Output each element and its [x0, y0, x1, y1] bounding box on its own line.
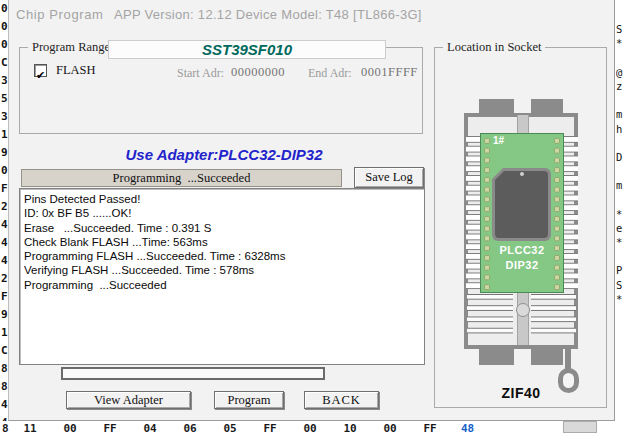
- program-range-group: Program Range: [19, 47, 423, 134]
- address-fragment: 8: [2, 422, 9, 433]
- hex-editor-selection-fragment: [563, 421, 597, 433]
- start-adr-label: Start Adr:: [177, 66, 224, 81]
- hex-digit-fragment: 1: [0, 126, 8, 144]
- hex-digit-fragment: 0: [0, 162, 8, 180]
- hex-digit-fragment: 9: [0, 306, 8, 324]
- ascii-char-fragment: m: [616, 178, 624, 192]
- socket-slots-right: [531, 294, 576, 339]
- log-line: Pins Detected Passed!: [24, 192, 424, 206]
- hex-byte-fragment: 05: [210, 422, 250, 433]
- chip-pin1-dot-icon: [520, 172, 524, 176]
- adapter-name-line2: DIP32: [480, 259, 564, 271]
- socket-nut-icon: [516, 303, 530, 317]
- hex-digit-fragment: 8: [0, 378, 8, 396]
- chip-program-dialog: Chip Program APP Version: 12.12 Device M…: [8, 0, 615, 421]
- hex-digit-fragment: F: [0, 288, 8, 306]
- hex-digit-fragment: 4: [0, 234, 8, 252]
- end-adr-value: 0001FFFF: [361, 65, 418, 80]
- start-adr-value: 00000000: [231, 65, 285, 80]
- ascii-char-fragment: [616, 51, 624, 65]
- hex-digit-fragment: 3: [0, 72, 8, 90]
- hex-digit-fragment: C: [0, 342, 8, 360]
- hex-digit-fragment: F: [0, 180, 8, 198]
- ascii-char-fragment: m: [616, 107, 624, 121]
- hex-editor-left-column: 000C353190F24442F91C8844: [0, 0, 8, 421]
- flash-checkbox[interactable]: ✔: [34, 64, 47, 77]
- hex-digit-fragment: 2: [0, 270, 8, 288]
- write-progress-bar: [61, 367, 325, 380]
- hex-digit-fragment: C: [0, 54, 8, 72]
- ascii-char-fragment: [616, 164, 624, 178]
- flash-checkbox-label[interactable]: FLASH: [56, 63, 96, 78]
- ascii-fragment: 48: [461, 422, 474, 433]
- log-line: Check Blank FLASH ...Time: 563ms: [24, 235, 424, 249]
- program-range-group-label: Program Range: [28, 40, 114, 55]
- ascii-char-fragment: *: [616, 235, 624, 249]
- hex-digit-fragment: 3: [0, 108, 8, 126]
- ascii-char-fragment: S: [616, 278, 624, 292]
- log-output-area[interactable]: Pins Detected Passed!ID: 0x BF B5 ......…: [19, 188, 425, 365]
- dialog-title: Chip Program: [16, 7, 103, 22]
- hex-byte-fragment: 00: [290, 422, 330, 433]
- hex-byte-fragment: FF: [410, 422, 450, 433]
- ascii-char-fragment: S: [616, 22, 624, 36]
- hex-editor-ascii-column: S*@zmhDm*e*PS*: [616, 0, 624, 421]
- hex-byte-fragment: FF: [250, 422, 290, 433]
- hex-digit-fragment: 2: [0, 198, 8, 216]
- ascii-char-fragment: [616, 192, 624, 206]
- hex-byte-fragment: 04: [130, 422, 170, 433]
- app-version-info: APP Version: 12.12 Device Model: T48 [TL…: [114, 7, 422, 22]
- hex-byte-fragment: FF: [90, 422, 130, 433]
- ascii-char-fragment: e: [616, 221, 624, 235]
- location-in-socket-label: Location in Socket: [443, 40, 545, 55]
- hex-digit-fragment: 8: [0, 360, 8, 378]
- hex-digit-fragment: 4: [0, 414, 8, 421]
- pin1-marking: 1#: [493, 135, 504, 146]
- ascii-char-fragment: [616, 136, 624, 150]
- socket-name-label: ZIF40: [464, 385, 578, 401]
- ascii-char-fragment: P: [616, 263, 624, 277]
- adapter-notice: Use Adapter:PLCC32-DIP32: [9, 146, 439, 163]
- hex-byte-fragment: 10: [330, 422, 370, 433]
- program-button[interactable]: Program: [214, 391, 284, 409]
- checkmark-icon: ✔: [36, 69, 45, 82]
- ascii-char-fragment: [616, 8, 624, 22]
- log-line: Erase ...Succeeded. Time : 0.391 S: [24, 221, 424, 235]
- log-line: Programming ...Succeeded: [24, 278, 424, 292]
- ascii-char-fragment: [616, 249, 624, 263]
- plcc-chip-body: [495, 171, 548, 238]
- hex-byte-fragment: 11: [10, 422, 50, 433]
- hex-digit-fragment: 0: [0, 36, 8, 54]
- hex-digit-fragment: 0: [0, 18, 8, 36]
- view-adapter-button[interactable]: View Adapter: [66, 391, 191, 409]
- socket-slots-left: [467, 294, 513, 339]
- ascii-char-fragment: [616, 93, 624, 107]
- hex-byte-fragment: 06: [170, 422, 210, 433]
- status-progress-bar: Programming ...Succeeded: [21, 169, 342, 187]
- log-line: Verifying FLASH ...Succeeded. Time : 578…: [24, 263, 424, 277]
- ascii-char-fragment: @: [616, 65, 624, 79]
- dip-pins-right: [564, 136, 578, 292]
- back-button[interactable]: BACK: [304, 391, 379, 409]
- hex-byte-fragment: 00: [370, 422, 410, 433]
- socket-bottom-left-tab: [479, 347, 514, 365]
- plcc-chip: [492, 168, 551, 241]
- ascii-char-fragment: z: [616, 79, 624, 93]
- hex-digit-fragment: 9: [0, 144, 8, 162]
- adapter-name-line1: PLCC32: [480, 244, 564, 256]
- ascii-char-fragment: *: [616, 292, 624, 306]
- save-log-button[interactable]: Save Log: [354, 167, 424, 188]
- ascii-char-fragment: D: [616, 150, 624, 164]
- ascii-char-fragment: h: [616, 122, 624, 136]
- socket-bottom-right-tab: [531, 347, 563, 365]
- location-in-socket-group: Location in Socket 1# PLCC32 DIP32: [434, 47, 607, 408]
- hex-digit-fragment: 4: [0, 396, 8, 414]
- hex-digit-fragment: 1: [0, 324, 8, 342]
- hex-digit-fragment: 4: [0, 252, 8, 270]
- hex-digit-fragment: 4: [0, 216, 8, 234]
- log-line: Programming FLASH ...Succeeded. Time : 6…: [24, 249, 424, 263]
- hex-editor-bottom-row: 8 1100FF040605FF001000FF 48: [0, 421, 624, 433]
- hex-digit-fragment: 5: [0, 90, 8, 108]
- end-adr-label: End Adr:: [308, 66, 352, 81]
- ascii-char-fragment: *: [616, 207, 624, 221]
